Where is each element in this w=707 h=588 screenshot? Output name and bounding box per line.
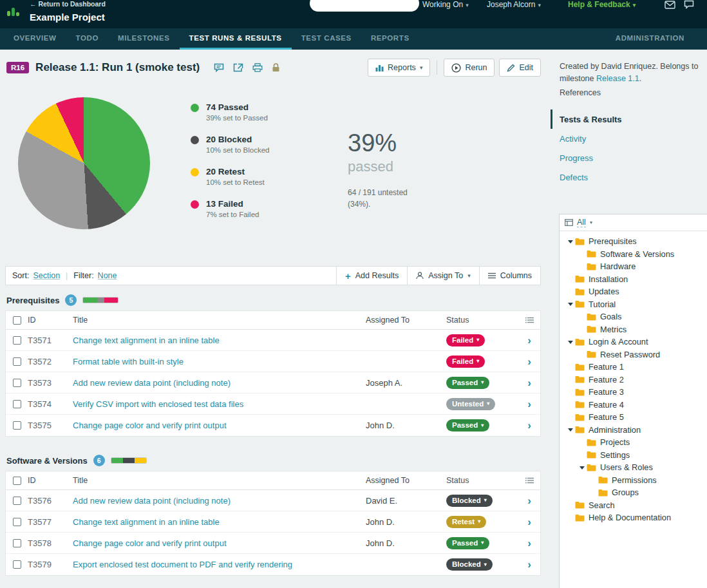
row-checkbox[interactable] [13, 357, 21, 366]
expand-arrow-icon[interactable] [579, 250, 587, 258]
tree-item-tutorial[interactable]: Tutorial [562, 298, 707, 311]
tree-filter-dropdown[interactable]: All [577, 218, 586, 227]
return-to-dashboard-link[interactable]: ← Return to Dashboard [30, 0, 106, 8]
expand-arrow-icon[interactable] [567, 426, 575, 433]
expand-arrow-icon[interactable] [567, 401, 575, 408]
expand-arrow-icon[interactable] [567, 238, 575, 245]
test-title-link[interactable]: Format table with built-in style [73, 357, 184, 366]
expand-arrow-icon[interactable] [579, 325, 587, 333]
status-badge[interactable]: Untested ▾ [446, 398, 495, 410]
tree-item-groups[interactable]: Groups [562, 486, 707, 499]
assign-to-button[interactable]: Assign To ▾ [407, 267, 479, 285]
tree-item-updates[interactable]: Updates [562, 285, 707, 298]
test-title-link[interactable]: Change text alignment in an inline table [73, 517, 220, 527]
search-box[interactable] [310, 0, 419, 12]
tree-item-feature-2[interactable]: Feature 2 [562, 374, 707, 386]
row-chevron-icon[interactable]: › [527, 399, 531, 410]
expand-arrow-icon[interactable] [567, 338, 575, 346]
side-nav-tests-results[interactable]: Tests & Results [551, 109, 707, 129]
side-nav-defects[interactable]: Defects [551, 167, 707, 187]
expand-arrow-icon[interactable] [579, 263, 587, 270]
expand-arrow-icon[interactable] [567, 275, 575, 283]
tree-item-installation[interactable]: Installation [562, 273, 707, 286]
chat-bubble-icon[interactable] [684, 0, 694, 12]
select-all-checkbox[interactable] [13, 316, 21, 325]
app-logo[interactable] [6, 5, 21, 22]
tab-milestones[interactable]: MILESTONES [108, 28, 180, 50]
help-feedback-menu[interactable]: Help & Feedback▾ [568, 0, 636, 9]
row-chevron-icon[interactable]: › [527, 420, 531, 431]
working-on-menu[interactable]: Working On▾ [422, 0, 469, 9]
tree-item-users-roles[interactable]: Users & Roles [562, 461, 707, 474]
expand-arrow-icon[interactable] [567, 300, 575, 308]
reports-button[interactable]: Reports ▾ [368, 59, 430, 77]
push-defect-icon[interactable] [233, 63, 243, 72]
expand-arrow-icon[interactable] [567, 413, 575, 421]
status-badge[interactable]: Blocked ▾ [446, 558, 493, 571]
test-title-link[interactable]: Verify CSV import with enclosed test dat… [73, 399, 243, 409]
side-nav-activity[interactable]: Activity [551, 129, 707, 148]
status-badge[interactable]: Retest ▾ [446, 516, 486, 528]
row-checkbox[interactable] [13, 421, 21, 430]
tab-test-runs-results[interactable]: TEST RUNS & RESULTS [180, 28, 292, 50]
expand-arrow-icon[interactable] [579, 451, 587, 459]
add-results-button[interactable]: + Add Results [336, 267, 407, 285]
row-checkbox[interactable] [13, 539, 21, 547]
expand-arrow-icon[interactable] [567, 501, 575, 509]
tree-item-feature-5[interactable]: Feature 5 [562, 411, 707, 424]
status-badge[interactable]: Blocked ▾ [446, 495, 493, 507]
edit-button[interactable]: Edit [499, 59, 541, 77]
status-badge[interactable]: Failed ▾ [446, 334, 485, 346]
rerun-button[interactable]: Rerun [444, 59, 495, 77]
tab-administration[interactable]: ADMINISTRATION [606, 28, 694, 50]
expand-arrow-icon[interactable] [590, 476, 598, 484]
tree-item-metrics[interactable]: Metrics [562, 323, 707, 336]
row-checkbox[interactable] [13, 379, 21, 387]
test-title-link[interactable]: Change page color and verify print outpu… [73, 421, 227, 430]
tree-item-software-versions[interactable]: Software & Versions [562, 248, 707, 261]
print-icon[interactable] [252, 63, 263, 72]
row-checkbox[interactable] [13, 336, 21, 345]
tree-item-permissions[interactable]: Permissions [562, 474, 707, 487]
status-badge[interactable]: Failed ▾ [446, 356, 485, 368]
tree-item-hardware[interactable]: Hardware [562, 260, 707, 273]
row-chevron-icon[interactable]: › [527, 377, 531, 388]
tab-reports[interactable]: REPORTS [361, 28, 419, 50]
expand-arrow-icon[interactable] [567, 363, 575, 371]
row-checkbox[interactable] [13, 560, 21, 569]
tree-item-feature-3[interactable]: Feature 3 [562, 386, 707, 399]
row-checkbox[interactable] [13, 497, 21, 505]
side-nav-progress[interactable]: Progress [551, 148, 707, 167]
tab-todo[interactable]: TODO [66, 28, 108, 50]
expand-arrow-icon[interactable] [579, 350, 587, 358]
row-checkbox[interactable] [13, 518, 21, 526]
tree-item-goals[interactable]: Goals [562, 310, 707, 323]
table-columns-icon[interactable] [525, 317, 534, 323]
test-title-link[interactable]: Add new review data point (including not… [73, 378, 231, 388]
row-chevron-icon[interactable]: › [527, 517, 531, 527]
select-all-checkbox[interactable] [13, 477, 21, 485]
expand-arrow-icon[interactable] [579, 439, 587, 446]
expand-arrow-icon[interactable] [579, 464, 587, 471]
row-chevron-icon[interactable]: › [527, 495, 531, 506]
row-chevron-icon[interactable]: › [527, 538, 531, 549]
tree-item-settings[interactable]: Settings [562, 449, 707, 462]
status-badge[interactable]: Passed ▾ [446, 419, 489, 432]
expand-arrow-icon[interactable] [567, 375, 575, 383]
user-menu[interactable]: Joseph Alcorn▾ [487, 0, 541, 9]
test-title-link[interactable]: Change page color and verify print outpu… [73, 538, 227, 548]
filter-value-link[interactable]: None [98, 271, 117, 280]
table-columns-icon[interactable] [525, 477, 534, 484]
expand-arrow-icon[interactable] [579, 313, 587, 321]
expand-arrow-icon[interactable] [567, 288, 575, 296]
sort-value-link[interactable]: Section [33, 271, 60, 280]
row-chevron-icon[interactable]: › [527, 559, 531, 570]
test-title-link[interactable]: Add new review data point (including not… [73, 496, 231, 506]
row-chevron-icon[interactable]: › [527, 356, 531, 367]
test-title-link[interactable]: Change text alignment in an inline table [73, 336, 220, 345]
row-checkbox[interactable] [13, 400, 21, 408]
tree-item-help-documentation[interactable]: Help & Documentation [562, 511, 707, 524]
feedback-icon[interactable] [214, 63, 224, 72]
mail-icon[interactable] [665, 0, 675, 12]
tree-item-administration[interactable]: Administration [562, 424, 707, 437]
